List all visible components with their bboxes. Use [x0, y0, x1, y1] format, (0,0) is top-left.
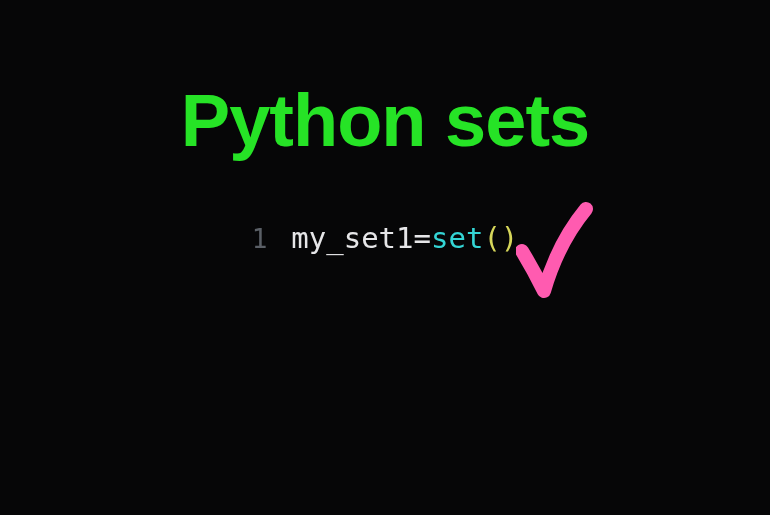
code-token-operator: = — [414, 221, 431, 255]
code-token-paren-open: ( — [483, 221, 500, 255]
code-token-variable: my_set1 — [291, 221, 413, 255]
code-token-function: set — [431, 221, 483, 255]
code-line: 1 my_set1 = set ( ) — [252, 221, 519, 255]
checkmark-icon — [516, 199, 596, 309]
line-number-gutter: 1 — [252, 224, 268, 254]
page-title: Python sets — [181, 78, 589, 163]
code-block: 1 my_set1 = set ( ) — [252, 221, 519, 255]
